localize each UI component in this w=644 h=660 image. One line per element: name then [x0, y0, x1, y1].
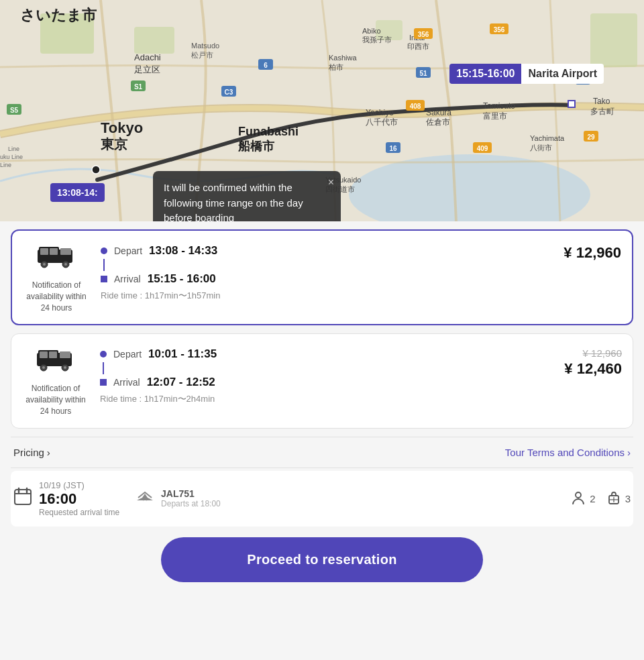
depart-times-1: 13:08 - 14:33: [149, 244, 217, 258]
svg-text:Tomisato: Tomisato: [483, 101, 515, 111]
svg-point-86: [576, 492, 581, 498]
svg-text:409: 409: [477, 145, 488, 152]
ride-card-2-middle: Depart 10:01 - 11:35 Arrival 12:07 - 12:…: [100, 345, 544, 405]
svg-text:八千代市: 八千代市: [366, 117, 398, 127]
narita-time: 15:15-16:00: [449, 64, 521, 84]
svg-text:富里市: 富里市: [483, 111, 507, 121]
luggage-number: 3: [625, 493, 631, 504]
ride-time-1: Ride time : 1h17min〜1h57min: [101, 290, 543, 302]
flight-departs: Departs at 18:00: [161, 499, 221, 508]
svg-text:柏市: 柏市: [328, 63, 343, 71]
pricing-label: Pricing: [13, 447, 44, 458]
svg-text:松戸市: 松戸市: [191, 51, 213, 59]
flight-item: JAL751 Departs at 18:00: [136, 487, 221, 510]
svg-text:S5: S5: [10, 107, 19, 114]
arrival-times-2: 12:07 - 12:52: [147, 376, 215, 389]
svg-point-78: [42, 366, 45, 369]
svg-point-63: [92, 166, 100, 174]
svg-text:Yachimata: Yachimata: [530, 134, 565, 142]
booking-date: 10/19 (JST): [39, 480, 119, 490]
booking-time-label: Requested arrival time: [39, 508, 119, 517]
svg-text:佐倉市: 佐倉市: [426, 117, 450, 127]
narita-place: Narita Airport: [521, 64, 604, 84]
airplane-icon: [136, 487, 154, 510]
depart-dot-2: [100, 351, 107, 358]
ride-card-1-middle: Depart 13:08 - 14:33 Arrival 15:15 - 16:…: [101, 241, 543, 302]
arrival-square-2: [100, 379, 107, 386]
svg-point-80: [64, 366, 66, 369]
svg-text:51: 51: [419, 70, 427, 77]
svg-text:東京: 東京: [101, 137, 128, 152]
arrival-label-2: Arrival: [113, 377, 140, 388]
ride-card-2[interactable]: Notification of availability within 24 h…: [11, 333, 633, 428]
luggage-icon: [606, 491, 621, 506]
proceed-reservation-button[interactable]: Proceed to reservation: [161, 537, 483, 582]
price-2: ¥ 12,460: [555, 360, 622, 378]
ride-time-2: Ride time : 1h17min〜2h4min: [100, 393, 544, 405]
svg-text:Funabashi: Funabashi: [238, 125, 299, 138]
shinjuku-time: 13:08-14:: [50, 183, 105, 202]
svg-text:Tokyo: Tokyo: [101, 119, 143, 136]
person-icon: [571, 491, 586, 506]
svg-text:船橋市: 船橋市: [237, 139, 275, 153]
booking-time: 16:00: [39, 490, 119, 508]
van-icon-2: [36, 345, 76, 378]
price-1: ¥ 12,960: [554, 244, 621, 262]
svg-text:Abiko: Abiko: [362, 27, 381, 35]
notification-text-2: Notification of availability within 24 h…: [22, 383, 89, 417]
svg-text:我孫子市: 我孫子市: [362, 36, 392, 44]
calendar-icon: [13, 487, 32, 510]
svg-text:408: 408: [410, 103, 421, 110]
svg-rect-81: [60, 351, 70, 358]
arrival-row-2: Arrival 12:07 - 12:52: [100, 376, 544, 389]
svg-rect-72: [60, 248, 71, 255]
ride-card-2-right: ¥ 12,960 ¥ 12,460: [555, 345, 622, 378]
svg-text:356: 356: [418, 31, 429, 38]
terms-chevron: ›: [627, 447, 631, 458]
svg-rect-62: [568, 101, 575, 107]
depart-times-2: 10:01 - 11:35: [148, 347, 217, 361]
svg-rect-66: [40, 248, 48, 255]
depart-label-1: Depart: [114, 245, 142, 256]
svg-text:356: 356: [494, 26, 505, 34]
terms-link[interactable]: Tour Terms and Conditions ›: [505, 447, 631, 458]
svg-point-69: [43, 263, 46, 266]
depart-row-2: Depart 10:01 - 11:35: [100, 347, 544, 361]
arrival-square-1: [101, 276, 107, 282]
notification-text-1: Notification of availability within 24 h…: [23, 280, 90, 313]
shinjuku-time-badge: 13:08-14:: [50, 183, 105, 202]
tooltip-close-button[interactable]: ×: [328, 176, 334, 188]
luggage-count: 3: [606, 491, 631, 506]
van-icon-1: [36, 241, 76, 274]
route-tooltip: × It will be confirmed within the follow…: [153, 171, 341, 221]
svg-text:Kashiwa: Kashiwa: [329, 54, 357, 62]
terms-label: Tour Terms and Conditions: [505, 447, 625, 458]
svg-text:Matsudo: Matsudo: [191, 42, 219, 50]
arrival-times-1: 15:15 - 16:00: [148, 272, 216, 286]
map-section: さいたま市 Adachi 足立区 Matsudo 松戸市 Tokyo 東京 Fu…: [0, 0, 644, 221]
flight-block: JAL751 Departs at 18:00: [161, 488, 221, 508]
date-time-block: 10/19 (JST) 16:00 Requested arrival time: [39, 480, 119, 517]
passenger-count: 2: [571, 491, 595, 506]
svg-text:C3: C3: [225, 89, 233, 96]
route-connector-2: [103, 362, 104, 374]
tooltip-text: It will be confirmed within the followin…: [164, 182, 303, 221]
svg-rect-76: [49, 351, 57, 358]
route-connector-1: [103, 259, 105, 271]
ride-card-2-left: Notification of availability within 24 h…: [22, 345, 89, 417]
booking-info-row: 10/19 (JST) 16:00 Requested arrival time…: [11, 471, 633, 527]
svg-text:Tako: Tako: [593, 97, 610, 106]
svg-text:Yachiyo: Yachiyo: [366, 108, 394, 117]
depart-dot-1: [101, 248, 107, 254]
passenger-number: 2: [590, 493, 595, 504]
price-strikethrough-2: ¥ 12,960: [555, 347, 622, 359]
depart-label-2: Depart: [113, 349, 142, 360]
pricing-row: Pricing › Tour Terms and Conditions ›: [11, 437, 633, 468]
svg-rect-5: [590, 13, 637, 67]
ride-card-1[interactable]: Notification of availability within 24 h…: [11, 229, 633, 325]
pricing-link[interactable]: Pricing ›: [13, 447, 50, 458]
svg-rect-3: [134, 27, 174, 54]
svg-text:S1: S1: [134, 83, 143, 91]
svg-text:29: 29: [587, 133, 595, 141]
passenger-luggage-section: 2 3: [571, 491, 631, 506]
